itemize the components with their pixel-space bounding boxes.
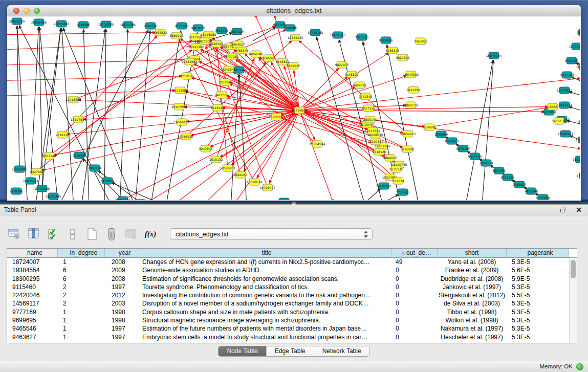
graph-node-label: 8454749 (249, 52, 263, 56)
table-cell: 9699695 (7, 316, 58, 324)
splitter-handle[interactable] (292, 202, 296, 204)
table-row[interactable]: 946362711997Embryonic stem cells: a mode… (7, 333, 577, 341)
graph-node-label: 8860123 (170, 34, 184, 37)
table-cell: 1 (58, 333, 105, 341)
network-canvas[interactable]: 2405572420691406200533469218586107191851… (7, 16, 580, 200)
column-header-name[interactable]: name (7, 249, 58, 257)
graph-node-label: 15958 (548, 105, 557, 108)
tab-edge-table[interactable]: Edge Table (267, 346, 314, 356)
column-header-year[interactable]: year (105, 249, 138, 257)
vertical-scrollbar[interactable] (569, 258, 577, 343)
table-panel-title: Table Panel (4, 206, 36, 213)
graph-edge (135, 30, 150, 200)
delete-table-button (124, 227, 138, 241)
float-panel-icon[interactable] (560, 207, 568, 213)
network-window-titlebar[interactable]: citations_edges.txt (7, 5, 581, 16)
graph-node-label: 1840994 (434, 133, 448, 136)
tab-node-table[interactable]: Node Table (219, 346, 267, 356)
sort-ascending-icon: △ (401, 251, 405, 256)
graph-node-label: 18107554 (368, 140, 384, 143)
graph-node-label: 8413054 (101, 179, 115, 183)
table-cell: 5.3E-5 (507, 258, 569, 266)
graph-node-label: 9463627 (191, 26, 205, 30)
graph-node-label: 8938923 (445, 139, 459, 143)
graph-node-label: 7632621 (492, 169, 506, 172)
table-cell: 9115460 (7, 283, 58, 291)
column-header-short[interactable]: short (438, 249, 507, 257)
graph-node-label: 16648784 (486, 54, 502, 57)
table-row[interactable]: 2242004622012Investigating the contribut… (7, 291, 577, 299)
graph-node-label: 13654923 (400, 132, 416, 136)
column-header-title[interactable]: title (138, 249, 391, 257)
graph-node-label: 8860123 (404, 103, 418, 107)
window-title: citations_edges.txt (7, 7, 581, 14)
graph-edge (175, 110, 299, 200)
graph-node-label: 10719185 (34, 187, 50, 190)
graph-node-label: 12213383 (66, 98, 81, 101)
graph-node-label: 252274 (393, 179, 404, 183)
table-cell: 5.3E-5 (507, 283, 569, 291)
table-row[interactable]: 977716911998Corpus callosum shape and si… (7, 308, 577, 316)
column-header-indegree[interactable]: in_degree (58, 249, 105, 257)
memory-status-label: Memory: OK (539, 363, 573, 369)
show-columns-button[interactable] (27, 227, 41, 241)
table-row[interactable]: 1456911722003Disruption of a novel membe… (7, 299, 577, 308)
table-cell: Estimation of the future numbers of pati… (138, 324, 391, 333)
table-cell: 1 (58, 258, 105, 266)
network-window: citations_edges.txt 24055724206914062005… (7, 5, 581, 201)
graph-edge (571, 77, 580, 85)
table-cell: 0 (391, 283, 438, 291)
graph-node-label: 1615132 (209, 158, 223, 161)
memory-ok-indicator[interactable] (576, 363, 583, 370)
table-row[interactable]: 911546021997Tourette syndrome. Phenomeno… (7, 283, 577, 291)
graph-node-label: 16543392 (188, 45, 204, 49)
graph-node-label: 8427552 (215, 93, 229, 97)
graph-node-label: 18107554 (171, 105, 187, 108)
column-header-pagerank[interactable]: pagerank (507, 249, 569, 257)
unselect-all-button[interactable] (66, 227, 80, 241)
table-cell: Investigating the contribution of common… (138, 291, 391, 299)
graph-node-label: 16543392 (403, 73, 419, 76)
table-row[interactable]: 1830029562008Estimation of significance … (7, 275, 577, 283)
table-cell: Stergiakouli et al. (2012) (438, 291, 507, 299)
new-column-button[interactable] (85, 227, 99, 241)
graph-node-label: 9777169 (536, 196, 550, 200)
table-row[interactable]: 969969511998Structural magnetic resonanc… (7, 316, 577, 324)
table-row[interactable]: 1938455462009Genome-wide association stu… (7, 266, 577, 274)
graph-node-label: 18107554 (71, 118, 86, 121)
table-row[interactable]: 946554611997Estimation of the future num… (7, 324, 577, 333)
graph-node[interactable] (136, 200, 146, 200)
table-body: 1872400712008Changes of HCN gene express… (7, 258, 577, 341)
graph-edge (7, 33, 156, 35)
graph-node-label: 2803144 (42, 154, 56, 158)
table-mode-button[interactable] (7, 227, 21, 241)
column-header-outde[interactable]: △out_de… (391, 249, 438, 257)
select-all-button[interactable] (46, 227, 60, 241)
graph-node-label: 2718120 (56, 133, 70, 137)
graph-node-label: 9218586 (77, 23, 91, 27)
graph-node-label: 7515526 (73, 154, 86, 157)
graph-node-label: 12444154 (577, 120, 580, 124)
graph-node-label: 9146821 (276, 60, 290, 63)
graph-node-label: 6479197 (456, 147, 470, 150)
graph-node-label: 8471876 (501, 176, 515, 179)
graph-node-label: 18325419 (288, 36, 303, 39)
table-header-row: namein_degreeyeartitle△out_de…shortpager… (7, 249, 577, 258)
graph-node-label: 10719185 (98, 23, 114, 26)
graph-edge (299, 110, 333, 200)
table-selector-dropdown[interactable]: citations_edges.txt (170, 228, 373, 240)
graph-node-label: 9827509 (396, 56, 410, 59)
scrollbar-thumb[interactable] (571, 260, 576, 278)
graph-node-label: 13524851 (220, 166, 236, 170)
graph-node-label: 15751074 (569, 45, 580, 48)
close-panel-icon[interactable]: ✕ (576, 206, 582, 214)
tab-network-table[interactable]: Network Table (314, 346, 369, 356)
graph-edge (42, 28, 61, 188)
function-builder-button[interactable]: f(x) (143, 227, 158, 241)
table-cell: 5.3E-5 (507, 316, 569, 324)
graph-node-label: 9884067 (234, 173, 248, 177)
table-cell: 2 (58, 291, 105, 299)
table-cell: 1 (58, 308, 105, 316)
delete-column-button[interactable] (104, 227, 119, 241)
table-row[interactable]: 1872400712008Changes of HCN gene express… (7, 258, 577, 266)
